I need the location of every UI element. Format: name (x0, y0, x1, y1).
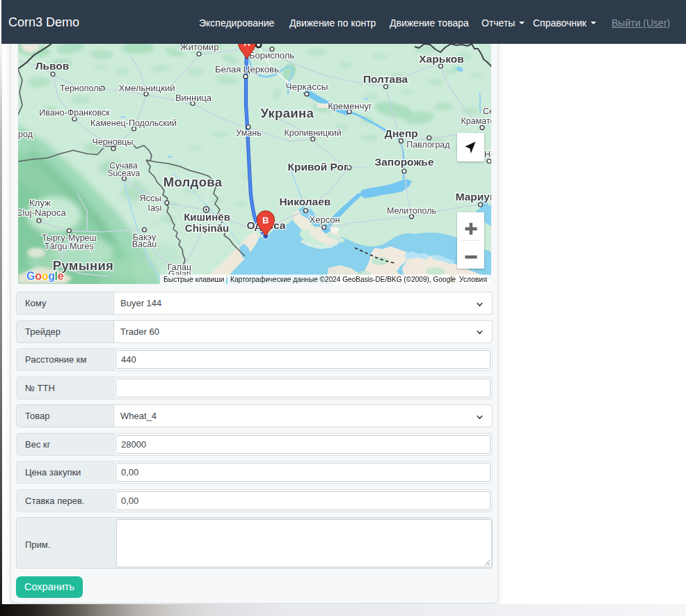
svg-text:Павлоград: Павлоград (406, 140, 450, 150)
svg-text:Запорожье: Запорожье (374, 156, 433, 168)
svg-text:Кропивницкий: Кропивницкий (285, 128, 342, 138)
svg-text:Chișinău: Chișinău (185, 222, 229, 234)
svg-text:Николаев: Николаев (279, 196, 330, 207)
svg-text:Полтава: Полтава (363, 73, 408, 85)
svg-text:Украина: Украина (260, 106, 314, 120)
svg-text:Но: Но (484, 150, 491, 159)
svg-text:Google: Google (26, 270, 64, 282)
svg-text:Bacău: Bacău (132, 239, 157, 249)
svg-text:Условия: Условия (459, 276, 487, 283)
svg-text:Târgu Mureș: Târgu Mureș (45, 242, 94, 251)
svg-text:Се: Се (483, 106, 491, 116)
svg-text:Черновцы: Черновцы (93, 137, 134, 147)
svg-text:Картографические данные ©2024: Картографические данные ©2024 GeoBasis-D… (230, 276, 456, 283)
svg-text:Львов: Львов (35, 60, 70, 72)
svg-text:Крамато: Крамато (461, 116, 492, 126)
svg-text:Харьков: Харьков (419, 53, 464, 65)
svg-text:Кишинёв: Кишинёв (184, 211, 230, 223)
svg-text:Ивано-Франковск: Ивано-Франковск (39, 108, 110, 118)
svg-text:Iași: Iași (147, 203, 161, 213)
svg-text:Мелитополь: Мелитополь (387, 206, 436, 216)
svg-text:Быстрые клавиши: Быстрые клавиши (163, 276, 225, 283)
svg-text:Херсон: Херсон (310, 214, 340, 225)
svg-text:Умань: Умань (236, 128, 261, 138)
svg-text:Мариуп: Мариуп (456, 191, 491, 203)
svg-text:Cluj-Napoca: Cluj-Napoca (18, 207, 67, 218)
svg-text:Клуж: Клуж (29, 198, 51, 208)
svg-text:Днепр: Днепр (385, 127, 418, 139)
svg-text:Житомир: Житомир (180, 44, 219, 52)
svg-text:A: A (244, 44, 250, 48)
svg-text:род: род (18, 129, 33, 139)
svg-text:Suceava: Suceava (107, 168, 140, 178)
svg-text:Кривой Рог: Кривой Рог (288, 161, 349, 173)
svg-text:Каменец-Подольский: Каменец-Подольский (90, 118, 177, 128)
svg-text:Винница: Винница (175, 93, 212, 103)
svg-text:Кременчуг: Кременчуг (328, 101, 372, 111)
svg-text:Хмельницкий: Хмельницкий (119, 83, 175, 93)
svg-text:Борисполь: Борисполь (249, 50, 294, 61)
svg-text:Белая Церковь: Белая Церковь (215, 64, 279, 74)
svg-text:Тернополь: Тернополь (60, 84, 103, 93)
svg-text:B: B (262, 215, 269, 226)
svg-text:Черкассы: Черкассы (285, 81, 328, 92)
svg-text:Молдова: Молдова (163, 175, 223, 189)
